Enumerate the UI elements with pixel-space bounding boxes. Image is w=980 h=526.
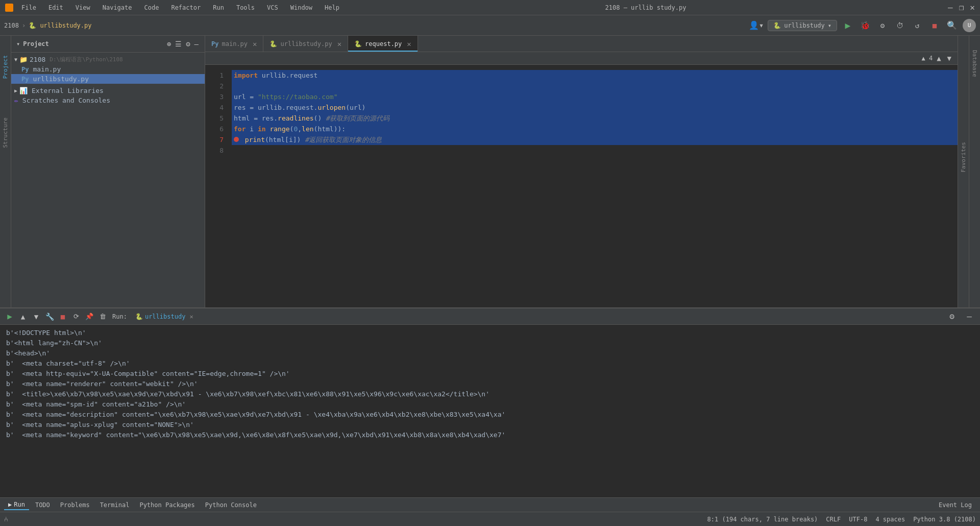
run-config-icon: 🐍: [773, 22, 781, 29]
btab-terminal[interactable]: Terminal: [96, 500, 134, 510]
run-rerun-button[interactable]: ⟳: [70, 311, 82, 322]
line-endings[interactable]: CRLF: [826, 516, 841, 523]
profile-button[interactable]: ⏱: [893, 19, 906, 32]
tab-request-py[interactable]: 🐍 request.py ✕: [348, 36, 418, 52]
run-scroll-down-button[interactable]: ▼: [31, 311, 42, 322]
search-everywhere-button[interactable]: 🔍: [945, 19, 959, 32]
code-line-6: for i in range(0,len(html)):: [232, 124, 958, 134]
tab-close-urllib[interactable]: ✕: [337, 40, 341, 48]
menu-file[interactable]: File: [17, 3, 40, 12]
run-settings-button[interactable]: ⚙: [945, 310, 959, 323]
run-pin-button[interactable]: 📌: [84, 311, 95, 322]
find-next-button[interactable]: ▼: [945, 53, 953, 63]
run-config-dropdown-icon: ▾: [828, 22, 831, 29]
scratch-icon: ✏: [14, 97, 18, 104]
git-icon[interactable]: ⑃: [4, 515, 8, 523]
tab-close-request[interactable]: ✕: [407, 40, 411, 48]
run-tools-button[interactable]: 🔧: [44, 311, 55, 322]
btab-todo[interactable]: TODO: [31, 500, 54, 510]
project-locate-btn[interactable]: ⊕: [166, 39, 172, 49]
menu-help[interactable]: Help: [321, 3, 344, 12]
tree-item-urllibstudy-py[interactable]: Py urllibstudy.py: [11, 74, 205, 84]
maximize-button[interactable]: ❐: [959, 3, 964, 12]
code-area: 1 2 3 4 5 6 7 8 import urllib.request ur…: [205, 65, 958, 307]
run-toolbar: ▶ ▲ ▼ 🔧 ■ ⟳ 📌 🗑 Run: 🐍 urllibstudy ✕ ⚙ —: [0, 308, 980, 325]
stop-button[interactable]: ■: [928, 19, 941, 32]
code-editor[interactable]: import urllib.request url = "https://tao…: [229, 65, 958, 307]
btab-problems[interactable]: Problems: [56, 500, 94, 510]
btab-python-console[interactable]: Python Console: [201, 500, 261, 510]
tree-item-scratches[interactable]: ✏ Scratches and Consoles: [11, 95, 205, 105]
run-config-label: urllibstudy: [784, 22, 824, 29]
run-tab-label: urllibstudy: [145, 313, 185, 320]
tab-urllibstudy-py[interactable]: 🐍 urllibstudy.py ✕: [263, 36, 348, 52]
tree-label-urllibstudy-py: urllibstudy.py: [33, 75, 89, 83]
btab-python-packages[interactable]: Python Packages: [135, 500, 199, 510]
project-scroll-btn[interactable]: ☰: [174, 39, 183, 49]
run-stop-button[interactable]: ■: [57, 311, 68, 322]
python-version[interactable]: Python 3.8 (2108): [913, 516, 976, 523]
left-vertical-tabs: Project Structure: [0, 36, 11, 307]
editor-content[interactable]: 1 2 3 4 5 6 7 8 import urllib.request ur…: [205, 65, 958, 307]
project-options-btn[interactable]: ⚙: [185, 39, 191, 49]
project-title-label: Project: [23, 40, 49, 47]
run-play-button[interactable]: ▶: [4, 311, 15, 322]
debug-button[interactable]: 🐞: [859, 19, 872, 32]
coverage-button[interactable]: ⚙: [876, 19, 889, 32]
run-close-button[interactable]: 🗑: [97, 311, 108, 322]
tab-close-main[interactable]: ✕: [253, 40, 257, 48]
project-hide-btn[interactable]: —: [193, 39, 200, 49]
tab-structure[interactable]: Structure: [1, 113, 10, 152]
breadcrumb-file[interactable]: 🐍 urllibstudy.py: [29, 22, 91, 29]
btab-problems-label: Problems: [60, 501, 90, 509]
menu-code[interactable]: Code: [140, 3, 163, 12]
run-button[interactable]: ▶: [841, 19, 854, 32]
tree-item-root[interactable]: ▼ 📁 2108 D:\编程语言\Python\2108: [11, 55, 205, 64]
user-icon[interactable]: 👤▾: [749, 20, 764, 30]
indent[interactable]: 4 spaces: [875, 516, 905, 523]
toolbar-breadcrumb: 2108 › 🐍 urllibstudy.py: [4, 22, 92, 29]
tree-item-ext-libs[interactable]: ▶ 📊 External Libraries: [11, 86, 205, 95]
line-num-1: 1: [205, 70, 224, 81]
find-prev-button[interactable]: ▲: [935, 53, 943, 63]
cursor-position[interactable]: 8:1 (194 chars, 7 line breaks): [707, 516, 818, 523]
btab-run[interactable]: ▶ Run: [4, 500, 29, 510]
tab-main-py[interactable]: Py main.py ✕: [205, 36, 263, 52]
tab-icon-main: Py: [211, 40, 218, 47]
user-avatar[interactable]: U: [963, 19, 976, 32]
concurrency-button[interactable]: ↺: [911, 19, 924, 32]
window-title: 2108 – urllib study.py: [605, 4, 687, 11]
code-line-2: [232, 81, 958, 91]
output-line-1: b'<!DOCTYPE html>\n': [6, 328, 974, 338]
breadcrumb-project[interactable]: 2108: [4, 22, 19, 29]
encoding[interactable]: UTF-8: [849, 516, 867, 523]
btab-event-log[interactable]: Event Log: [935, 500, 976, 510]
favorites-label[interactable]: Favorites: [959, 138, 968, 177]
database-label[interactable]: Database: [970, 46, 979, 81]
menu-vcs[interactable]: VCS: [263, 3, 282, 12]
menu-window[interactable]: Window: [286, 3, 316, 12]
menu-tools[interactable]: Tools: [232, 3, 259, 12]
menu-edit[interactable]: Edit: [44, 3, 67, 12]
menu-navigate[interactable]: Navigate: [99, 3, 136, 12]
tab-icon-urllib: 🐍: [270, 40, 277, 47]
run-scroll-up-button[interactable]: ▲: [17, 311, 29, 322]
minimize-button[interactable]: —: [948, 3, 953, 12]
titlebar-left: File Edit View Navigate Code Refactor Ru…: [5, 3, 344, 12]
run-config-selector[interactable]: 🐍 urllibstudy ▾: [768, 20, 837, 31]
line-num-6: 6: [205, 124, 224, 134]
py-icon-urllib: Py: [21, 76, 29, 83]
project-dropdown-icon[interactable]: ▾: [16, 40, 20, 47]
run-tab-close[interactable]: ✕: [189, 313, 193, 320]
run-minimize-button[interactable]: —: [963, 310, 976, 323]
run-active-tab[interactable]: 🐍 urllibstudy ✕: [131, 311, 198, 322]
tab-project[interactable]: Project: [1, 51, 10, 83]
menu-refactor[interactable]: Refactor: [167, 3, 205, 12]
menu-run[interactable]: Run: [209, 3, 228, 12]
run-tab-icon: 🐍: [135, 313, 143, 320]
output-line-8: b' <meta name="spm-id" content="a21bo" /…: [6, 399, 974, 410]
close-button[interactable]: ✕: [970, 3, 975, 12]
code-line-7: print(html[i]) #返回获取页面对象的信息: [232, 134, 958, 145]
menu-view[interactable]: View: [71, 3, 94, 12]
tree-item-main-py[interactable]: Py main.py: [11, 64, 205, 74]
